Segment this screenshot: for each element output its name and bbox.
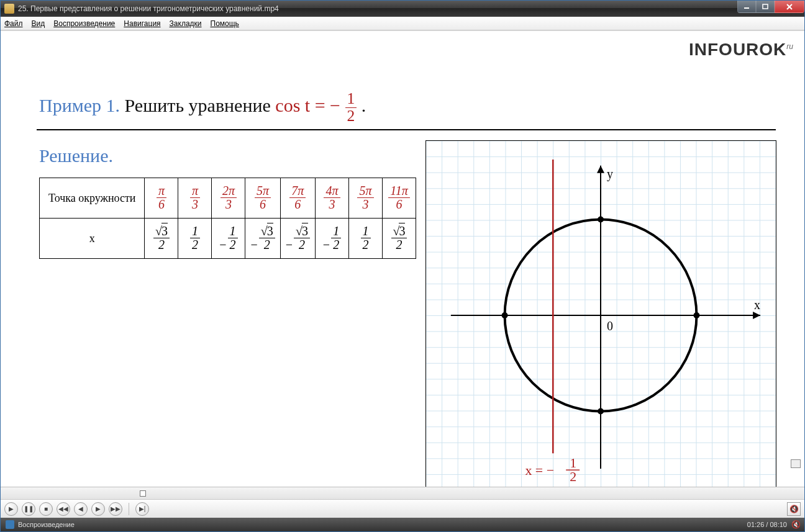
menu-bookmarks[interactable]: Закладки [170, 19, 202, 28]
menu-help[interactable]: Помощь [211, 19, 239, 28]
value-cell: 32 [383, 219, 416, 259]
value-cell: −12 [316, 219, 349, 259]
table-row: Точка окружности π6π32π35π67π64π35π311π6 [40, 178, 416, 219]
svg-marker-51 [597, 166, 604, 173]
svg-point-54 [598, 217, 604, 223]
rewind-button[interactable]: ◀ [74, 502, 88, 516]
angle-cell: 5π6 [245, 178, 280, 219]
x-axis-label: x [754, 298, 760, 312]
row2-head: x [40, 219, 145, 259]
y-axis-label: y [607, 167, 613, 181]
equation-text: cos t = − 12 [275, 95, 357, 115]
menubar: Файл Вид Воспроизведение Навигация Закла… [1, 17, 804, 30]
window-controls [737, 1, 804, 13]
angle-cell: π6 [145, 178, 178, 219]
angle-cell: 7π6 [280, 178, 315, 219]
example-heading: Пример 1. Решить уравнение cos t = − 12 … [39, 91, 366, 125]
unit-circle-graph: y x 0 x = − 1 2 [425, 140, 776, 487]
menu-view[interactable]: Вид [32, 19, 45, 28]
close-button[interactable] [775, 1, 804, 13]
window-title: 25. Первые представления о решении триго… [18, 4, 279, 13]
play-button[interactable]: ▶ [4, 502, 18, 516]
angle-cell: 11π6 [383, 178, 416, 219]
svg-rect-1 [763, 4, 768, 9]
mute-icon[interactable]: 🔇 [791, 520, 801, 529]
maximize-button[interactable] [756, 1, 775, 13]
forward-button[interactable]: ▶ [91, 502, 105, 516]
angle-cell: 2π3 [212, 178, 245, 219]
status-bar: Воспроизведение 01:26 / 08:10 🔇 [1, 518, 804, 531]
origin-label: 0 [607, 319, 613, 333]
svg-text:2: 2 [570, 469, 576, 484]
control-bar: ▶ ❚❚ ■ ◀◀ ◀ ▶ ▶▶ ▶| 🔇 [1, 499, 804, 518]
value-cell: −32 [280, 219, 315, 259]
volume-button[interactable]: 🔇 [787, 502, 801, 516]
value-cell: 12 [349, 219, 383, 259]
divider [37, 129, 776, 130]
prev-button[interactable]: ◀◀ [57, 502, 70, 516]
svg-point-55 [598, 408, 604, 414]
table-row: x 3212−12−32−32−121232 [40, 219, 416, 259]
time-display: 01:26 / 08:10 [747, 521, 787, 528]
video-frame[interactable]: INFOUROKru Пример 1. Решить уравнение co… [1, 30, 804, 487]
angle-cell: 5π3 [349, 178, 383, 219]
seek-thumb[interactable] [140, 490, 146, 497]
value-cell: 32 [145, 219, 178, 259]
solution-label: Решение. [39, 145, 113, 166]
menu-play[interactable]: Воспроизведение [53, 19, 115, 28]
stop-button[interactable]: ■ [39, 502, 53, 516]
separator [129, 503, 129, 515]
fullscreen-toggle[interactable] [791, 459, 801, 468]
next-button[interactable]: ▶▶ [109, 502, 122, 516]
svg-text:x = −: x = − [525, 462, 554, 478]
value-cell: −12 [212, 219, 245, 259]
brand-logo: INFOUROKru [689, 40, 793, 60]
trig-values-table: Точка окружности π6π32π35π67π64π35π311π6… [39, 178, 416, 259]
minimize-button[interactable] [737, 1, 756, 13]
titlebar[interactable]: 25. Первые представления о решении триго… [1, 1, 804, 17]
status-icon [6, 520, 14, 529]
angle-cell: π3 [178, 178, 212, 219]
status-text: Воспроизведение [18, 521, 75, 528]
value-cell: 12 [178, 219, 212, 259]
example-number: Пример 1. [39, 95, 120, 115]
app-window: 25. Первые представления о решении триго… [0, 0, 805, 532]
line-equation-label: x = − 1 2 [525, 455, 580, 484]
angle-cell: 4π3 [316, 178, 349, 219]
svg-marker-50 [753, 312, 760, 319]
menu-nav[interactable]: Навигация [124, 19, 160, 28]
row1-head: Точка окружности [40, 178, 145, 219]
svg-point-52 [693, 312, 699, 318]
seek-bar[interactable] [1, 487, 804, 499]
svg-point-53 [502, 312, 508, 318]
menu-file[interactable]: Файл [4, 19, 23, 28]
value-cell: −32 [245, 219, 280, 259]
pause-button[interactable]: ❚❚ [22, 502, 35, 516]
step-button[interactable]: ▶| [135, 502, 149, 516]
app-icon [4, 4, 14, 14]
